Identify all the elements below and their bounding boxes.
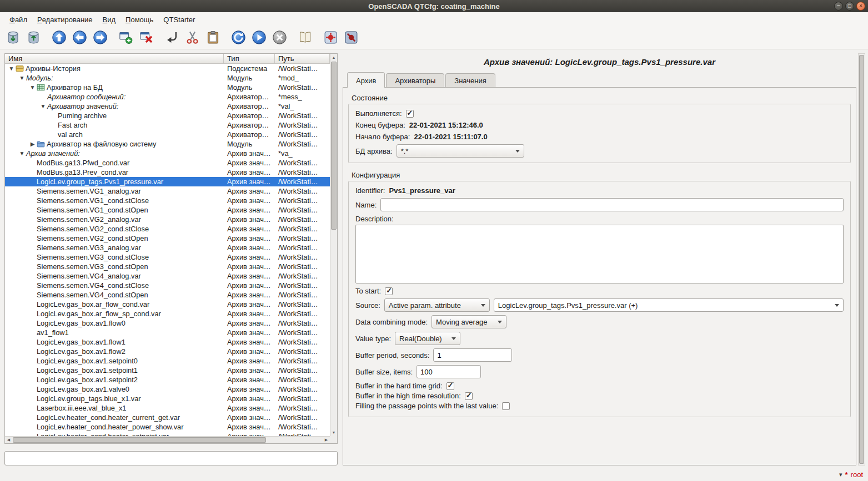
tree-column-path[interactable]: Путь [275, 54, 330, 63]
collapse-icon[interactable]: ▼ [18, 75, 26, 81]
name-field[interactable] [380, 198, 844, 211]
scroll-right-icon[interactable] [323, 437, 330, 443]
titlebar[interactable]: OpenSCADA QTCfg: coating_machine [0, 0, 868, 12]
to-start-checkbox[interactable] [385, 287, 393, 295]
archive-db-select[interactable]: *.* [397, 144, 524, 158]
tree-row[interactable]: Siemens.semen.VG2_cond.stOpenАрхив знач…… [5, 234, 330, 243]
paste-item-button[interactable] [203, 29, 223, 48]
buffer-period-field[interactable] [433, 348, 512, 362]
add-item-button[interactable] [116, 29, 136, 48]
minimize-button[interactable] [834, 2, 843, 11]
tree-row[interactable]: LogicLev.gas_box.av1.valve0Архив знач…/W… [5, 384, 330, 394]
manual-button[interactable] [295, 29, 315, 48]
source-mode-select[interactable]: Active param. attribute [384, 298, 490, 312]
panel-vscroll-thumb[interactable] [859, 55, 864, 464]
tree-row[interactable]: ▶Архиватор на файловую системуМодуль/Wor… [5, 139, 330, 149]
tab-archivators[interactable]: Архиваторы [386, 73, 444, 87]
filling-checkbox[interactable] [502, 402, 510, 410]
tree-row[interactable]: ▼Архив значений:Архив знач…*va_ [5, 149, 330, 158]
scroll-down-icon[interactable] [330, 429, 337, 436]
tree-row[interactable]: Siemens.semen.VG1_cond.stOpenАрхив знач…… [5, 205, 330, 215]
tree-row[interactable]: Siemens.semen.VG1_cond.stCloseАрхив знач… [5, 196, 330, 205]
tree-row[interactable]: ModBus.ga13.Prev_cond.varАрхив знач…/Wor… [5, 168, 330, 177]
tree-row[interactable]: LogicLev.heater_cond.heater_power_show.v… [5, 422, 330, 432]
expand-icon[interactable]: ▶ [28, 141, 37, 147]
description-field[interactable] [355, 225, 844, 283]
tree-row[interactable]: Puming archiveАрхиватор…/WorkStati… [5, 111, 330, 120]
combining-mode-select[interactable]: Moving average [432, 315, 506, 328]
tree-row[interactable]: ▼Архиватор на БДМодуль/WorkStati… [5, 83, 330, 92]
tree-row[interactable]: Siemens.semen.VG3_cond.stOpenАрхив знач…… [5, 262, 330, 271]
source-value-select[interactable]: LogicLev.group_tags.Pvs1_pressure.var (+… [494, 298, 844, 312]
collapse-icon[interactable]: ▼ [39, 103, 47, 109]
tree-row[interactable]: Siemens.semen.VG4_cond.stCloseАрхив знач… [5, 281, 330, 290]
menu-file[interactable]: Файл [4, 12, 32, 27]
tree-row[interactable]: Siemens.semen.VG3_cond.stCloseАрхив знач… [5, 252, 330, 262]
menu-view[interactable]: Вид [98, 12, 121, 27]
high-res-checkbox[interactable] [465, 392, 473, 400]
tree-row[interactable]: Siemens.semen.VG4_analog.varАрхив знач…/… [5, 271, 330, 281]
collapse-icon[interactable]: ▼ [18, 150, 26, 156]
load-from-db-button[interactable] [3, 29, 23, 48]
tree-vertical-scrollbar[interactable] [330, 54, 337, 436]
forward-button[interactable] [90, 29, 111, 48]
copy-item-button[interactable] [162, 29, 182, 48]
user-menu-caret-icon[interactable]: ▾ [839, 471, 842, 478]
tree-row[interactable]: LogicLev.gas_box.av1.setpoint0Архив знач… [5, 356, 330, 366]
buffer-size-field[interactable] [417, 365, 481, 378]
tree-horizontal-scrollbar[interactable] [5, 436, 330, 443]
tree-vscroll-thumb[interactable] [331, 62, 337, 230]
cut-item-button[interactable] [182, 29, 203, 48]
maximize-button[interactable] [845, 2, 854, 11]
tree-row[interactable]: LogicLev.gas_box.av1.flow2Архив знач…/Wo… [5, 347, 330, 356]
tree-row[interactable]: ▼Модуль:Модуль*mod_ [5, 73, 330, 83]
qtcfg-tool-1-button[interactable] [320, 29, 341, 48]
tree-row[interactable]: Fast archАрхиватор…/WorkStati… [5, 120, 330, 130]
tree-row[interactable]: LogicLev.group_tags.Pvs1_pressure.varАрх… [5, 177, 330, 186]
hard-grid-checkbox[interactable] [446, 382, 454, 390]
running-checkbox[interactable] [406, 110, 414, 118]
back-button[interactable] [69, 29, 90, 48]
collapse-icon[interactable]: ▼ [7, 65, 16, 72]
current-user[interactable]: root [851, 470, 863, 479]
tree-row[interactable]: ModBus.ga13.Pfwd_cond.varАрхив знач…/Wor… [5, 158, 330, 168]
collapse-icon[interactable]: ▼ [28, 84, 37, 90]
menu-qtstarter[interactable]: QTStarter [158, 12, 200, 27]
tree-row[interactable]: Siemens.semen.VG2_analog.varАрхив знач…/… [5, 215, 330, 224]
tree-row[interactable]: LogicLev.gas_box.av1.setpoint2Архив знач… [5, 375, 330, 384]
tab-values[interactable]: Значения [445, 73, 495, 87]
tree-column-name[interactable]: Имя [5, 54, 224, 63]
panel-vertical-scrollbar[interactable] [858, 53, 865, 465]
up-button[interactable] [49, 29, 69, 48]
tree-row[interactable]: LogicLev.gas_box.av1.flow1Архив знач…/Wo… [5, 337, 330, 347]
tree-row[interactable]: val archАрхиватор…/WorkStati… [5, 130, 330, 139]
tree-hscroll-thumb[interactable] [13, 437, 266, 443]
refresh-button[interactable] [228, 29, 249, 48]
menu-help[interactable]: Помощь [121, 12, 158, 27]
tree-row[interactable]: Siemens.semen.VG3_analog.varАрхив знач…/… [5, 243, 330, 252]
tree-row[interactable]: LogicLev.gas_box.ar_flow_sp_cond.varАрхи… [5, 309, 330, 318]
start-button[interactable] [249, 29, 269, 48]
tree-row[interactable]: LogicLev.gas_box.av1.flow0Архив знач…/Wo… [5, 318, 330, 328]
save-to-db-button[interactable] [23, 29, 44, 48]
menu-edit[interactable]: Редактирование [32, 12, 98, 27]
tree-row[interactable]: ▼Архиватор значений:Архиватор…*val_ [5, 102, 330, 111]
tree-row[interactable]: LogicLev.group_tags.blue_x1.varАрхив зна… [5, 394, 330, 403]
value-type-select[interactable]: Real(Double) [395, 332, 460, 345]
scroll-up-icon[interactable] [330, 54, 337, 61]
tree-row[interactable]: Siemens.semen.VG2_cond.stCloseАрхив знач… [5, 224, 330, 234]
tree-row[interactable]: LogicLev.heater_cond.heater_current_get.… [5, 413, 330, 422]
scroll-left-icon[interactable] [5, 437, 12, 443]
tree-column-type[interactable]: Тип [224, 54, 275, 63]
delete-item-button[interactable] [136, 29, 157, 48]
tree-filter-input[interactable] [4, 451, 338, 465]
tree-row[interactable]: Siemens.semen.VG4_cond.stOpenАрхив знач…… [5, 290, 330, 300]
tree-row[interactable]: Siemens.semen.VG1_analog.varАрхив знач…/… [5, 186, 330, 196]
tree-row[interactable]: LogicLev.gas_box.av1.setpoint1Архив знач… [5, 366, 330, 375]
tree-row[interactable]: ▼Архивы-ИсторияПодсистема/WorkStati… [5, 64, 330, 73]
qtcfg-tool-2-button[interactable] [341, 29, 362, 48]
tree-row[interactable]: Laserbox.iii.eee.val_blue_x1Архив знач…/… [5, 403, 330, 413]
tree-row[interactable]: av1_flow1Архив знач…/WorkStati… [5, 328, 330, 337]
tree-row[interactable]: LogicLev.heater_cond.heater_setpoint.var… [5, 432, 330, 436]
tree-row[interactable]: LogicLev.gas_box.ar_flow_cond.varАрхив з… [5, 300, 330, 309]
